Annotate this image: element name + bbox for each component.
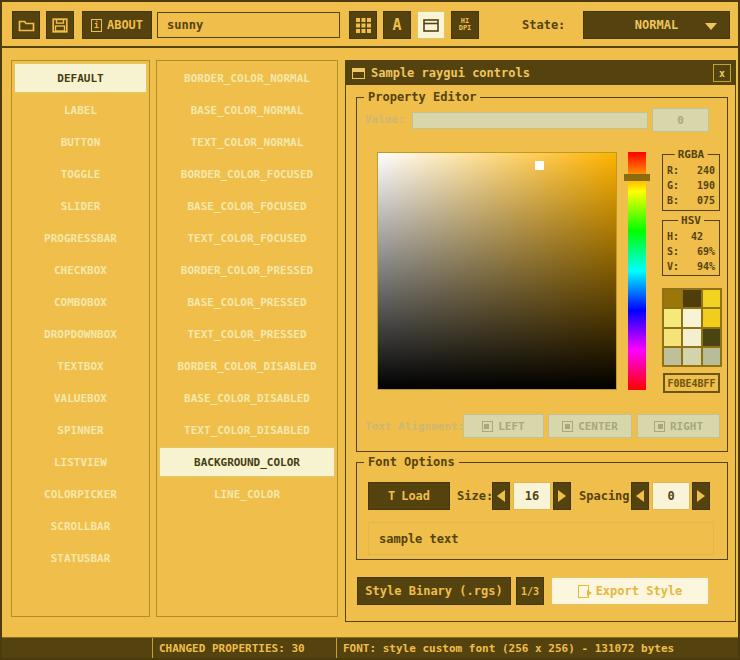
export-style-button[interactable]: Export Style [551, 577, 709, 605]
v-value: 94% [697, 259, 715, 274]
v-label: V: [667, 259, 679, 274]
state-dropdown[interactable]: NORMAL [583, 11, 730, 39]
load-font-button[interactable]: T Load [368, 482, 450, 510]
property-editor-group-label: Property Editor [364, 90, 480, 104]
property-list-item[interactable]: TEXT_COLOR_PRESSED [159, 319, 335, 349]
controls-list-item[interactable]: LISTVIEW [14, 447, 147, 477]
controls-list-item[interactable]: DROPDOWNBOX [14, 319, 147, 349]
b-label: B: [667, 193, 679, 208]
size-label: Size: [457, 489, 493, 503]
hidpi-button[interactable]: HI DPI [451, 11, 479, 39]
controls-list-item[interactable]: PROGRESSBAR [14, 223, 147, 253]
size-increase-button[interactable] [553, 482, 571, 510]
hue-bar-thumb[interactable] [624, 174, 650, 181]
property-list-item[interactable]: BACKGROUND_COLOR [159, 447, 335, 477]
palette-swatch[interactable] [703, 290, 720, 307]
controls-list-item[interactable]: CHECKBOX [14, 255, 147, 285]
property-list-item[interactable]: BASE_COLOR_PRESSED [159, 287, 335, 317]
export-icon [578, 585, 589, 598]
color-picker-panel[interactable] [377, 152, 617, 390]
color-picker-marker[interactable] [535, 161, 544, 170]
controls-list-item[interactable]: LABEL [14, 95, 147, 125]
align-center-button: CENTER [548, 414, 632, 438]
property-list-item[interactable]: BORDER_COLOR_DISABLED [159, 351, 335, 381]
property-list-item[interactable]: TEXT_COLOR_DISABLED [159, 415, 335, 445]
about-button-label: ABOUT [107, 18, 143, 32]
align-center-icon [562, 421, 573, 432]
size-value-box[interactable]: 16 [513, 482, 551, 510]
property-list-item[interactable]: BASE_COLOR_NORMAL [159, 95, 335, 125]
property-list-item[interactable]: LINE_COLOR [159, 479, 335, 509]
property-list-item[interactable]: BORDER_COLOR_NORMAL [159, 63, 335, 93]
chevron-left-icon [497, 490, 505, 502]
palette-swatch[interactable] [683, 309, 700, 326]
controls-list-item[interactable]: TEXTBOX [14, 351, 147, 381]
palette-swatch[interactable] [683, 329, 700, 346]
controls-list-item[interactable]: SCROLLBAR [14, 511, 147, 541]
palette-swatch[interactable] [703, 309, 720, 326]
value-label: Value: [365, 113, 405, 126]
format-index-button[interactable]: 1/3 [516, 577, 544, 605]
window-icon [352, 68, 365, 79]
controls-list-item[interactable]: SPINNER [14, 415, 147, 445]
spacing-label: Spacing: [579, 489, 637, 503]
palette-swatch[interactable] [664, 329, 681, 346]
spacing-increase-button[interactable] [692, 482, 710, 510]
property-list-item[interactable]: BASE_COLOR_FOCUSED [159, 191, 335, 221]
status-section-empty [2, 638, 152, 658]
hue-bar[interactable] [628, 152, 646, 390]
controls-list-item[interactable]: STATUSBAR [14, 543, 147, 573]
align-right-button: RIGHT [637, 414, 720, 438]
export-style-label: Export Style [596, 584, 683, 598]
property-list-item[interactable]: BORDER_COLOR_FOCUSED [159, 159, 335, 189]
palette-swatch[interactable] [664, 309, 681, 326]
align-right-icon [654, 421, 665, 432]
rgba-group-label: RGBA [675, 148, 708, 161]
open-file-button[interactable] [12, 11, 40, 39]
font-atlas-button[interactable]: A [383, 11, 411, 39]
chevron-down-icon [705, 23, 717, 30]
size-decrease-button[interactable] [492, 482, 510, 510]
controls-list-item[interactable]: VALUEBOX [14, 383, 147, 413]
font-a-icon: A [392, 16, 401, 34]
control-preview-button[interactable] [417, 11, 445, 39]
controls-list-item[interactable]: BUTTON [14, 127, 147, 157]
palette-swatch[interactable] [703, 329, 720, 346]
style-table-button[interactable] [349, 11, 377, 39]
g-label: G: [667, 178, 679, 193]
font-options-group: Font Options T Load Size: 16 Spacing: 0 [356, 462, 728, 560]
g-value: 190 [697, 178, 715, 193]
property-list-item[interactable]: TEXT_COLOR_FOCUSED [159, 223, 335, 253]
about-button[interactable]: i ABOUT [82, 11, 152, 39]
save-file-button[interactable] [46, 11, 74, 39]
property-list-item[interactable]: TEXT_COLOR_NORMAL [159, 127, 335, 157]
style-name-input[interactable] [157, 12, 340, 38]
close-icon[interactable]: x [713, 64, 731, 82]
grid-icon [356, 18, 371, 33]
controls-list-item[interactable]: COMBOBOX [14, 287, 147, 317]
hidpi-label-bottom: DPI [459, 25, 472, 32]
property-list-item[interactable]: BASE_COLOR_DISABLED [159, 383, 335, 413]
controls-list-item[interactable]: SLIDER [14, 191, 147, 221]
palette-swatch[interactable] [664, 290, 681, 307]
spacing-decrease-button[interactable] [631, 482, 649, 510]
controls-list-item[interactable]: TOGGLE [14, 159, 147, 189]
palette-swatch[interactable] [683, 290, 700, 307]
palette-swatch[interactable] [683, 348, 700, 365]
palette-swatch[interactable] [703, 348, 720, 365]
controls-list-item[interactable]: DEFAULT [14, 63, 147, 93]
style-binary-format-button[interactable]: Style Binary (.rgs) [357, 577, 511, 605]
spacing-value-box[interactable]: 0 [652, 482, 690, 510]
controls-list-item[interactable]: COLORPICKER [14, 479, 147, 509]
sample-controls-window: Sample raygui controls x Property Editor… [345, 60, 736, 622]
sample-text-input[interactable] [368, 522, 714, 555]
palette-swatch[interactable] [664, 348, 681, 365]
hex-color-input[interactable]: F0BE4BFF [663, 373, 720, 393]
changed-properties-text: CHANGED PROPERTIES: 30 [159, 642, 305, 655]
h-label: H: [667, 229, 679, 244]
chevron-right-icon [558, 490, 566, 502]
b-value: 075 [697, 193, 715, 208]
property-list-item[interactable]: BORDER_COLOR_PRESSED [159, 255, 335, 285]
chevron-right-icon [697, 490, 705, 502]
rgba-group: RGBA R:240 G:190 B:075 [662, 154, 720, 211]
